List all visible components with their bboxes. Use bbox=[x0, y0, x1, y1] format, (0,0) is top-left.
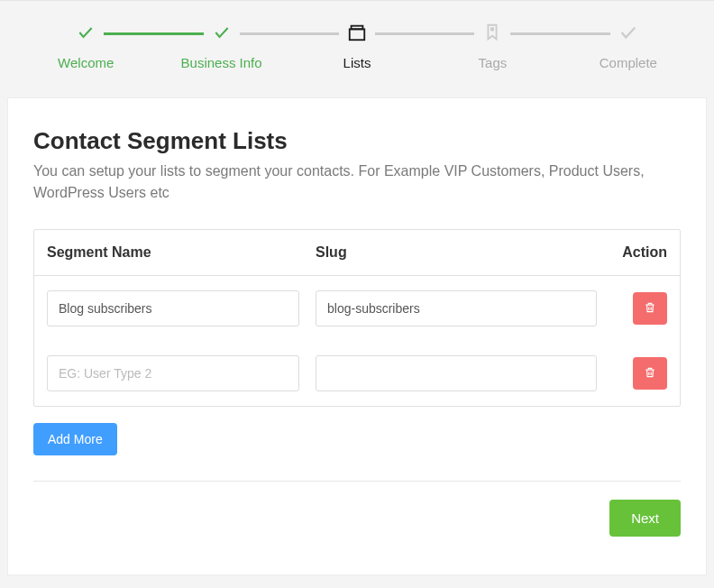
segment-name-input[interactable] bbox=[47, 355, 299, 391]
step-label: Lists bbox=[343, 55, 371, 70]
header-action: Action bbox=[613, 244, 667, 261]
segment-slug-input[interactable] bbox=[316, 290, 597, 326]
add-more-button[interactable]: Add More bbox=[33, 423, 117, 455]
segment-name-input[interactable] bbox=[47, 290, 299, 326]
segment-table: Segment Name Slug Action bbox=[33, 229, 681, 407]
check-icon bbox=[613, 21, 644, 44]
step-label: Business Info bbox=[181, 55, 262, 70]
divider bbox=[33, 481, 681, 482]
segment-slug-input[interactable] bbox=[316, 355, 597, 391]
step-welcome[interactable]: Welcome bbox=[18, 1, 153, 70]
step-lists[interactable]: Lists bbox=[289, 1, 425, 70]
setup-stepper: Welcome Business Info Lists bbox=[0, 0, 714, 90]
svg-point-2 bbox=[491, 28, 494, 31]
svg-rect-0 bbox=[350, 29, 365, 40]
page-title: Contact Segment Lists bbox=[33, 127, 681, 155]
segment-row bbox=[34, 341, 680, 406]
tag-icon bbox=[477, 21, 508, 44]
step-label: Tags bbox=[479, 55, 508, 70]
delete-row-button[interactable] bbox=[633, 357, 667, 390]
step-tags[interactable]: Tags bbox=[425, 1, 560, 70]
content-card: Contact Segment Lists You can setup your… bbox=[7, 97, 707, 575]
page-subtitle: You can setup your lists to segment your… bbox=[33, 161, 681, 204]
trash-icon bbox=[644, 366, 656, 381]
trash-icon bbox=[644, 301, 656, 317]
step-complete[interactable]: Complete bbox=[561, 1, 696, 70]
step-label: Complete bbox=[600, 55, 657, 70]
check-icon bbox=[207, 21, 236, 44]
segment-table-header: Segment Name Slug Action bbox=[34, 230, 680, 276]
next-button[interactable]: Next bbox=[609, 500, 681, 537]
step-business-info[interactable]: Business Info bbox=[153, 1, 288, 70]
step-label: Welcome bbox=[58, 55, 114, 70]
archive-icon bbox=[342, 21, 372, 44]
header-slug: Slug bbox=[316, 244, 613, 261]
delete-row-button[interactable] bbox=[633, 292, 667, 325]
header-segment-name: Segment Name bbox=[47, 244, 316, 261]
svg-rect-1 bbox=[352, 26, 363, 30]
check-icon bbox=[71, 21, 100, 44]
segment-row bbox=[34, 276, 680, 341]
